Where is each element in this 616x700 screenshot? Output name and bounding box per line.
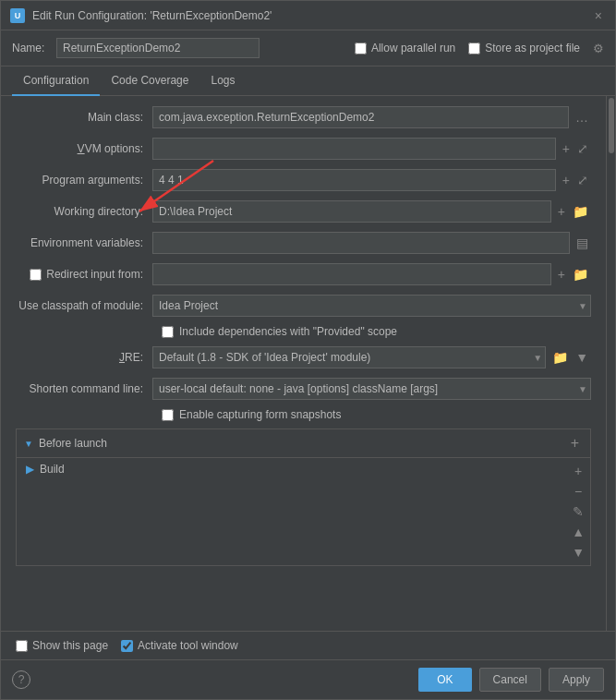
before-launch-edit-btn[interactable]: ✎ — [568, 502, 588, 521]
tab-code-coverage[interactable]: Code Coverage — [100, 66, 199, 96]
scrollbar-thumb[interactable] — [609, 98, 614, 153]
tabs-row: Configuration Code Coverage Logs — [1, 66, 615, 96]
gear-icon[interactable]: ⚙ — [593, 42, 604, 55]
footer-left: ? — [12, 670, 30, 689]
bottom-options: Show this page Activate tool window — [1, 631, 615, 659]
shorten-cmd-select[interactable]: user-local default: none - java [options… — [152, 378, 591, 400]
env-variables-actions: ▤ — [574, 235, 591, 251]
before-launch-remove-btn[interactable]: − — [568, 482, 588, 501]
store-project-label: Store as project file — [468, 42, 580, 54]
redirect-input-actions: + 📁 — [555, 266, 591, 283]
close-button[interactable]: × — [591, 6, 606, 25]
jre-select-wrapper: Default (1.8 - SDK of 'Idea Project' mod… — [152, 346, 546, 368]
classpath-row: Use classpath of module: Idea Project ▼ — [16, 294, 591, 318]
store-project-checkbox[interactable] — [468, 42, 480, 54]
before-launch-title: Before launch — [39, 437, 562, 450]
classpath-select[interactable]: Idea Project — [152, 295, 591, 317]
before-launch-add-btn[interactable]: + — [567, 435, 583, 452]
app-icon: U — [10, 8, 25, 23]
allow-parallel-checkbox[interactable] — [355, 42, 367, 54]
redirect-input-input[interactable] — [152, 263, 551, 285]
build-label: Build — [40, 463, 557, 476]
include-deps-row: Include dependencies with "Provided" sco… — [16, 325, 591, 338]
scrollbar[interactable] — [606, 96, 615, 631]
title-bar-left: U Edit Run Configuration: 'ReturnExcepti… — [10, 8, 272, 23]
enable-snapshots-checkbox[interactable] — [162, 409, 174, 421]
before-launch-up-btn[interactable]: ▲ — [568, 523, 588, 541]
name-label: Name: — [12, 42, 49, 54]
jre-dropdown-btn[interactable]: ▼ — [573, 349, 591, 366]
include-deps-label: Include dependencies with "Provided" sco… — [162, 325, 397, 338]
shorten-cmd-label: Shorten command line: — [16, 382, 152, 395]
activate-window-option: Activate tool window — [121, 639, 238, 652]
before-launch-side-actions: + − ✎ ▲ ▼ — [566, 458, 590, 565]
working-dir-input[interactable] — [152, 200, 551, 223]
vm-options-input[interactable] — [152, 138, 556, 160]
before-launch-down-btn[interactable]: ▼ — [568, 543, 588, 561]
dialog-title: Edit Run Configuration: 'ReturnException… — [32, 9, 272, 22]
show-page-checkbox[interactable] — [16, 640, 28, 652]
shorten-cmd-select-wrapper: user-local default: none - java [options… — [152, 378, 591, 400]
enable-snapshots-label: Enable capturing form snapshots — [162, 408, 341, 421]
before-launch-add-side-btn[interactable]: + — [568, 462, 588, 480]
main-area: Main class: … VVM options: + ⤢ Progr — [1, 96, 615, 631]
main-class-browse-btn[interactable]: … — [573, 109, 591, 126]
collapse-icon[interactable]: ▼ — [24, 439, 33, 449]
working-dir-browse-btn[interactable]: 📁 — [570, 203, 591, 220]
footer: ? OK Cancel Apply — [1, 659, 615, 699]
main-class-input[interactable] — [152, 106, 569, 128]
working-dir-actions: + 📁 — [555, 203, 591, 220]
program-args-label: Program arguments: — [16, 174, 152, 187]
name-row: Name: Allow parallel run Store as projec… — [1, 30, 615, 66]
apply-button[interactable]: Apply — [549, 668, 604, 692]
jre-select[interactable]: Default (1.8 - SDK of 'Idea Project' mod… — [152, 346, 546, 368]
working-dir-expand-btn[interactable]: + — [555, 203, 568, 220]
show-page-option: Show this page — [16, 639, 108, 652]
program-args-expand-btn[interactable]: + — [560, 172, 573, 188]
classpath-select-wrapper: Idea Project ▼ — [152, 295, 591, 317]
footer-right: OK Cancel Apply — [418, 668, 604, 692]
vm-options-actions: + ⤢ — [560, 140, 591, 157]
program-args-actions: + ⤢ — [560, 172, 591, 188]
working-dir-label: Working directory: — [16, 205, 152, 218]
name-input[interactable] — [56, 38, 260, 58]
tab-logs[interactable]: Logs — [199, 66, 246, 96]
jre-row: JRE: Default (1.8 - SDK of 'Idea Project… — [16, 345, 591, 369]
jre-label: JRE: — [16, 351, 152, 364]
env-variables-edit-btn[interactable]: ▤ — [574, 235, 591, 251]
env-variables-input[interactable] — [152, 232, 570, 254]
cancel-button[interactable]: Cancel — [479, 668, 541, 692]
build-item: ▶ Build — [17, 458, 566, 480]
main-class-row: Main class: … — [16, 105, 591, 129]
redirect-input-checkbox[interactable] — [30, 269, 42, 281]
redirect-input-row: Redirect input from: + 📁 — [16, 262, 591, 286]
help-button[interactable]: ? — [12, 670, 30, 689]
redirect-expand-btn[interactable]: + — [555, 266, 568, 283]
env-variables-label: Environment variables: — [16, 236, 152, 249]
title-bar: U Edit Run Configuration: 'ReturnExcepti… — [1, 1, 615, 30]
jre-browse-btn[interactable]: 📁 — [550, 349, 571, 366]
include-deps-checkbox[interactable] — [162, 326, 174, 338]
program-args-input[interactable] — [152, 169, 556, 191]
tab-configuration[interactable]: Configuration — [12, 66, 100, 96]
before-launch-header: ▼ Before launch + — [17, 429, 590, 458]
before-launch-list: ▶ Build — [17, 458, 566, 565]
name-options: Allow parallel run Store as project file… — [355, 42, 604, 55]
jre-actions: 📁 ▼ — [550, 349, 591, 366]
redirect-browse-btn[interactable]: 📁 — [570, 266, 591, 283]
classpath-label: Use classpath of module: — [16, 299, 152, 312]
before-launch-body: ▶ Build + − ✎ ▲ ▼ — [17, 458, 590, 565]
before-launch-section: ▼ Before launch + ▶ Build + − ✎ — [16, 428, 591, 566]
activate-window-checkbox[interactable] — [121, 640, 133, 652]
main-class-actions: … — [573, 109, 591, 126]
vm-fullscreen-btn[interactable]: ⤢ — [574, 140, 591, 157]
ok-button[interactable]: OK — [418, 668, 471, 692]
program-args-fullscreen-btn[interactable]: ⤢ — [574, 172, 591, 188]
build-icon: ▶ — [26, 463, 34, 476]
vm-expand-btn[interactable]: + — [560, 140, 573, 157]
dialog: U Edit Run Configuration: 'ReturnExcepti… — [0, 0, 616, 700]
working-dir-row: Working directory: + 📁 — [16, 199, 591, 223]
env-variables-row: Environment variables: ▤ — [16, 231, 591, 255]
allow-parallel-label: Allow parallel run — [355, 42, 455, 54]
shorten-cmd-row: Shorten command line: user-local default… — [16, 377, 591, 401]
